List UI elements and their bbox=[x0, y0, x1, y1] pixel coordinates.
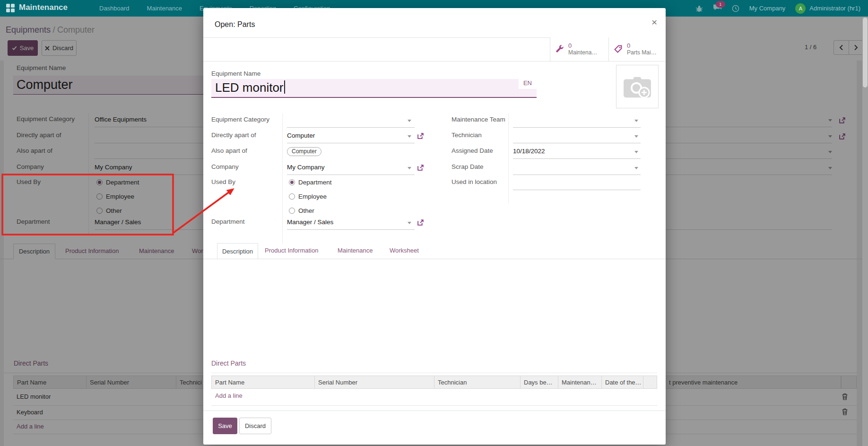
messages-button[interactable]: 1 bbox=[713, 4, 722, 13]
tag-icon bbox=[614, 44, 623, 54]
company-switcher[interactable]: My Company bbox=[749, 5, 786, 12]
divider bbox=[203, 259, 666, 259]
dropdown-caret-icon[interactable] bbox=[408, 135, 411, 138]
field-label: Maintenance Team bbox=[451, 116, 505, 123]
divider bbox=[287, 143, 415, 143]
maintenance-stat-label: Maintena… bbox=[568, 49, 597, 56]
field-label: Equipment Category bbox=[211, 116, 269, 123]
divider bbox=[287, 175, 415, 175]
radio-label: Department bbox=[298, 179, 332, 186]
maintenance-count: 0 bbox=[568, 42, 597, 49]
parts-stat-button[interactable]: 0 Parts Mai… bbox=[608, 37, 666, 61]
dropdown-caret-icon[interactable] bbox=[408, 222, 411, 224]
app-brand[interactable]: Maintenance bbox=[19, 3, 68, 12]
radio-label: Employee bbox=[298, 193, 327, 200]
modal-save-button[interactable]: Save bbox=[213, 418, 237, 434]
radio-icon bbox=[289, 208, 295, 214]
field-label: Technician bbox=[451, 131, 482, 139]
col-maintenance[interactable]: Maintenan… bbox=[558, 376, 602, 389]
wrench-icon bbox=[555, 44, 564, 54]
divider bbox=[282, 114, 283, 244]
divider bbox=[211, 373, 657, 373]
company-value[interactable]: My Company bbox=[287, 164, 325, 171]
equipment-image-upload[interactable] bbox=[616, 65, 659, 108]
dropdown-caret-icon[interactable] bbox=[634, 135, 638, 138]
text-cursor bbox=[284, 80, 285, 94]
divider bbox=[287, 229, 415, 230]
app-window: Maintenance Dashboard Maintenance Equipm… bbox=[0, 0, 868, 446]
external-link-icon[interactable] bbox=[417, 164, 424, 171]
bug-icon[interactable] bbox=[695, 5, 703, 12]
apps-grid-icon[interactable] bbox=[6, 4, 15, 13]
menu-dashboard[interactable]: Dashboard bbox=[99, 5, 130, 12]
navbar-systray: 1 My Company A Administrator (hr1) bbox=[695, 0, 860, 17]
camera-plus-icon bbox=[623, 74, 652, 99]
direct-parts-title: Direct Parts bbox=[211, 359, 246, 367]
department-label: Department bbox=[211, 218, 245, 225]
field-label: Also apart of bbox=[211, 147, 247, 154]
maintenance-team-field[interactable] bbox=[513, 127, 641, 128]
close-icon[interactable]: × bbox=[651, 17, 657, 28]
department-value[interactable]: Manager / Sales bbox=[287, 219, 333, 226]
radio-label: Other bbox=[298, 207, 314, 214]
field-label: Assigned Date bbox=[451, 147, 493, 154]
user-name: Administrator (hr1) bbox=[809, 5, 860, 12]
equipment-category-field[interactable] bbox=[287, 127, 415, 128]
avatar: A bbox=[795, 3, 806, 14]
used-by-label: Used By bbox=[211, 178, 235, 185]
col-days-before[interactable]: Days be… bbox=[520, 376, 558, 389]
tab-description[interactable]: Description bbox=[217, 243, 258, 259]
divider bbox=[203, 61, 666, 61]
col-actions bbox=[643, 376, 657, 389]
scrollbar-thumb[interactable] bbox=[863, 17, 868, 87]
col-date-of-the[interactable]: Date of the… bbox=[601, 376, 643, 389]
dialog-title: Open: Parts bbox=[215, 20, 255, 29]
dropdown-caret-icon[interactable] bbox=[408, 167, 411, 169]
equipment-name-label: Equipment Name bbox=[211, 70, 260, 77]
radio-other[interactable]: Other bbox=[289, 207, 314, 214]
col-part-name[interactable]: Part Name bbox=[211, 376, 315, 389]
assigned-date-value[interactable]: 10/18/2022 bbox=[513, 148, 545, 155]
field-label: Used in location bbox=[451, 178, 497, 185]
field-label: Company bbox=[211, 163, 239, 170]
tab-product-information[interactable]: Product Information bbox=[265, 247, 318, 254]
equipment-name-input[interactable]: LED monitor EN bbox=[211, 79, 537, 98]
radio-selected-icon bbox=[289, 179, 295, 185]
used-in-location-field[interactable] bbox=[513, 190, 641, 190]
divider bbox=[203, 411, 666, 411]
col-serial-number[interactable]: Serial Number bbox=[314, 376, 434, 389]
menu-maintenance[interactable]: Maintenance bbox=[147, 5, 182, 12]
message-count-badge: 1 bbox=[716, 1, 725, 8]
dropdown-caret-icon[interactable] bbox=[408, 120, 411, 122]
radio-employee[interactable]: Employee bbox=[289, 193, 327, 200]
add-a-line-link[interactable]: Add a line bbox=[215, 392, 243, 399]
translation-badge[interactable]: EN bbox=[519, 78, 537, 89]
field-label: Scrap Date bbox=[451, 163, 484, 170]
radio-department[interactable]: Department bbox=[289, 179, 332, 186]
tab-maintenance[interactable]: Maintenance bbox=[338, 247, 373, 254]
also-apart-of-tag[interactable]: Computer bbox=[287, 147, 321, 156]
directly-apart-of-value[interactable]: Computer bbox=[287, 132, 315, 139]
col-technician[interactable]: Technician bbox=[434, 376, 521, 389]
open-parts-dialog: Open: Parts × 0 Maintena… 0 Parts Mai… bbox=[203, 8, 666, 445]
divider bbox=[508, 114, 509, 203]
scrollbar-track[interactable] bbox=[862, 17, 868, 446]
dropdown-caret-icon[interactable] bbox=[634, 167, 638, 169]
external-link-icon[interactable] bbox=[417, 132, 424, 140]
maintenance-stat-button[interactable]: 0 Maintena… bbox=[550, 37, 608, 61]
field-label: Directly apart of bbox=[211, 131, 256, 139]
radio-icon bbox=[289, 193, 295, 200]
activity-clock-icon[interactable] bbox=[732, 5, 739, 12]
external-link-icon[interactable] bbox=[417, 219, 424, 226]
divider bbox=[513, 158, 641, 159]
scrap-date-field[interactable] bbox=[513, 175, 641, 175]
user-menu[interactable]: A Administrator (hr1) bbox=[795, 3, 860, 14]
dropdown-caret-icon[interactable] bbox=[634, 120, 638, 122]
divider bbox=[211, 405, 657, 406]
parts-stat-label: Parts Mai… bbox=[627, 49, 657, 56]
technician-field[interactable] bbox=[513, 143, 641, 143]
equipment-name-value: LED monitor bbox=[215, 80, 285, 95]
dropdown-caret-icon[interactable] bbox=[634, 151, 638, 153]
modal-discard-button[interactable]: Discard bbox=[239, 418, 271, 434]
tab-worksheet[interactable]: Worksheet bbox=[390, 247, 419, 254]
